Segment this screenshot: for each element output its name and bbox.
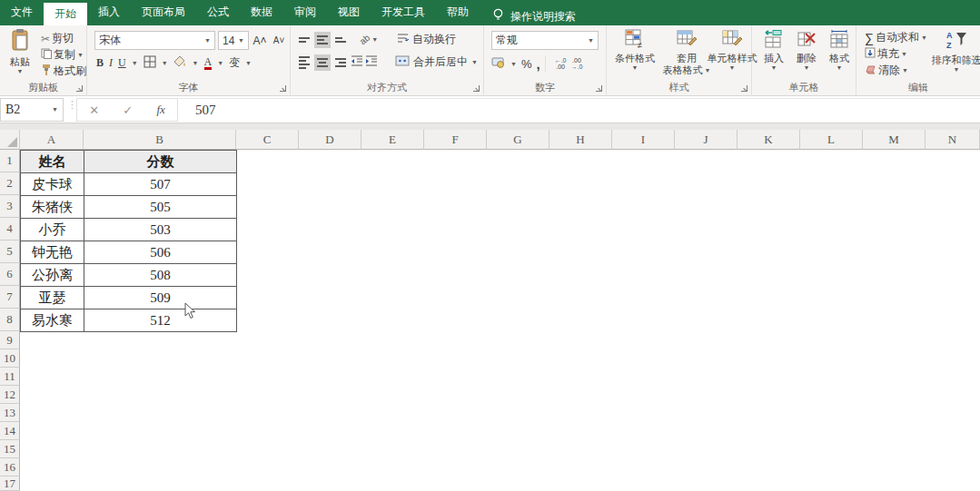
decrease-indent-icon[interactable] [351,55,363,69]
autosum-dropdown[interactable]: ▼ [921,34,927,41]
sort-filter-button[interactable]: A Z 排序和筛选 ▼ [935,29,978,73]
align-left-icon[interactable] [296,54,312,71]
row-header-12[interactable]: 12 [0,386,20,404]
increase-decimal-icon[interactable]: ←.0 .00 [555,57,567,70]
row-header-10[interactable]: 10 [0,349,20,368]
cell-styles-dropdown[interactable]: ▼ [729,64,736,71]
column-header-N[interactable]: N [926,130,980,150]
align-top-icon[interactable] [296,32,312,48]
menu-tab-页面布局[interactable]: 页面布局 [131,0,196,25]
name-box[interactable]: B2 ▼ [0,98,64,122]
format-as-table-button[interactable]: 套用 表格格式 ▼ [661,29,712,75]
phonetic-dropdown[interactable]: ▼ [245,60,252,66]
cell-B3[interactable]: 505 [84,196,237,219]
row-header-4[interactable]: 4 [0,218,20,241]
name-box-dropdown[interactable]: ▼ [52,107,58,113]
cell-A7[interactable]: 亚瑟 [21,287,84,309]
align-bottom-icon[interactable] [332,32,349,48]
italic-button[interactable]: I [109,56,113,70]
wrap-text-button[interactable]: 自动换行 [394,31,459,48]
font-size-input[interactable]: 14 ▼ [218,31,249,50]
decrease-decimal-icon[interactable]: .00 →.0 [571,57,583,70]
copy-button[interactable]: 复制 ▼ [38,46,86,64]
cell-styles-button[interactable]: 单元格样式 ▼ [714,29,750,71]
cell-B8[interactable]: 512 [84,309,237,332]
insert-cells-button[interactable]: 插入 ▼ [759,29,788,71]
row-header-8[interactable]: 8 [0,309,20,331]
column-header-A[interactable]: A [20,130,84,150]
column-header-I[interactable]: I [612,130,675,150]
fill-color-dropdown[interactable]: ▼ [193,60,199,66]
clipboard-dialog-launcher[interactable] [76,85,84,93]
orientation-icon[interactable]: ab [358,33,372,47]
sort-filter-dropdown[interactable]: ▼ [954,66,960,73]
row-header-9[interactable]: 9 [0,331,20,349]
comma-style-icon[interactable]: , [537,56,540,72]
cell-B5[interactable]: 506 [84,241,237,264]
underline-dropdown[interactable]: ▼ [132,60,138,66]
menu-tab-插入[interactable]: 插入 [87,0,131,25]
format-cells-button[interactable]: 格式 ▼ [825,29,854,71]
cell-A5[interactable]: 钟无艳 [21,241,84,264]
menu-tab-公式[interactable]: 公式 [196,0,240,25]
cell-A8[interactable]: 易水寒 [21,309,84,332]
row-header-11[interactable]: 11 [0,368,20,386]
borders-icon[interactable] [144,55,156,71]
align-right-icon[interactable] [332,54,349,71]
orientation-dropdown[interactable]: ▼ [371,36,378,43]
accounting-dropdown[interactable]: ▼ [510,61,517,67]
accounting-format-icon[interactable] [491,56,506,71]
cancel-icon[interactable]: ✕ [89,103,99,117]
column-header-E[interactable]: E [361,130,424,150]
font-name-input[interactable]: 宋体 ▼ [94,31,215,50]
increase-font-icon[interactable]: A˄ [252,33,268,49]
phonetic-guide-icon[interactable]: 变 [229,55,240,71]
menu-tab-视图[interactable]: 视图 [327,0,371,25]
underline-button[interactable]: U [118,56,126,70]
row-header-1[interactable]: 1 [0,150,20,172]
column-header-H[interactable]: H [549,130,612,150]
cut-button[interactable]: ✂ 剪切 [38,30,76,47]
conditional-formatting-dropdown[interactable]: ▼ [632,64,638,71]
tell-me-search[interactable]: 操作说明搜索 [492,8,576,25]
row-header-3[interactable]: 3 [0,195,20,218]
fill-dropdown[interactable]: ▼ [901,51,907,57]
row-header-17[interactable]: 17 [0,476,20,491]
delete-dropdown[interactable]: ▼ [804,64,810,71]
decrease-font-icon[interactable]: A˅ [271,33,287,49]
clear-dropdown[interactable]: ▼ [902,67,908,74]
row-header-7[interactable]: 7 [0,286,20,309]
row-header-2[interactable]: 2 [0,172,20,195]
format-painter-button[interactable]: 格式刷 [38,63,89,80]
row-header-14[interactable]: 14 [0,422,20,440]
formula-input[interactable]: 507 [179,98,980,122]
cell-B4[interactable]: 503 [84,219,237,241]
insert-dropdown[interactable]: ▼ [771,64,777,71]
paste-dropdown[interactable]: ▼ [17,68,24,74]
fill-color-icon[interactable] [173,55,187,71]
increase-indent-icon[interactable] [365,55,378,69]
row-header-6[interactable]: 6 [0,263,20,286]
cell-A1[interactable]: 姓名 [21,151,84,173]
cell-B1[interactable]: 分数 [84,151,237,173]
format-cells-dropdown[interactable]: ▼ [836,64,843,71]
column-header-K[interactable]: K [737,130,800,150]
row-header-16[interactable]: 16 [0,458,20,476]
column-header-J[interactable]: J [675,130,737,150]
number-format-select[interactable]: 常规 ▼ [491,31,599,50]
borders-dropdown[interactable]: ▼ [162,60,168,66]
menu-tab-数据[interactable]: 数据 [240,0,283,25]
font-color-icon[interactable]: A [204,56,213,70]
cell-A6[interactable]: 公孙离 [21,264,84,287]
align-middle-icon[interactable] [314,32,331,48]
paste-button[interactable]: 粘贴 ▼ [3,28,37,74]
delete-cells-button[interactable]: 删除 ▼ [792,29,821,71]
conditional-formatting-button[interactable]: ≠ 条件格式 ▼ [612,29,658,71]
menu-tab-文件[interactable]: 文件 [0,0,44,25]
column-header-D[interactable]: D [299,130,361,150]
cell-A3[interactable]: 朱猪侠 [21,196,84,219]
menu-tab-审阅[interactable]: 审阅 [283,0,327,25]
column-header-C[interactable]: C [236,130,299,150]
font-color-dropdown[interactable]: ▼ [217,60,223,66]
row-header-5[interactable]: 5 [0,241,20,263]
